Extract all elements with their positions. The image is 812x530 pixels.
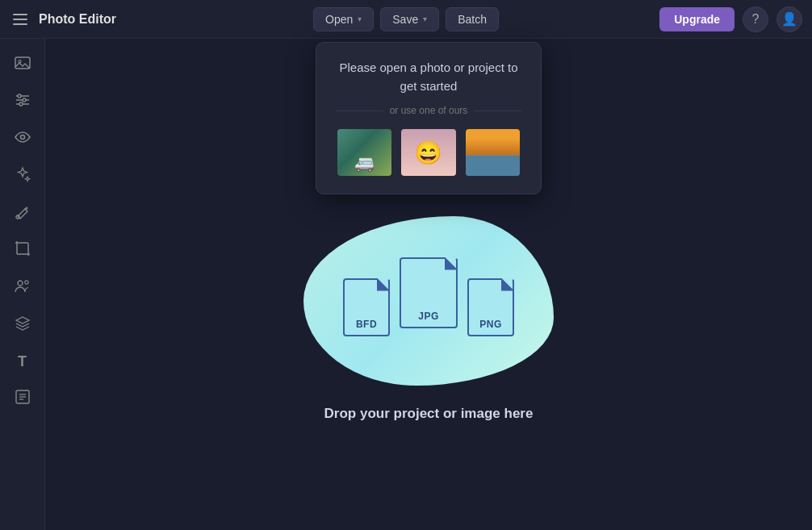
open-dropdown: Please open a photo or project to get st… [316, 42, 542, 194]
svg-point-15 [18, 281, 23, 286]
svg-point-9 [16, 215, 19, 219]
png-label: PNG [479, 319, 502, 330]
svg-point-5 [18, 94, 21, 98]
layers-icon [14, 314, 31, 336]
batch-button[interactable]: Batch [446, 7, 499, 31]
file-shape-bfd: BFD [343, 278, 390, 336]
file-body-bfd: BFD [343, 278, 390, 336]
people-icon [14, 277, 31, 298]
save-button[interactable]: Save ▾ [380, 7, 439, 31]
sidebar-item-magic[interactable] [6, 160, 39, 192]
image-icon [14, 54, 31, 76]
menu-button[interactable] [10, 10, 31, 28]
sidebar-item-sticker[interactable] [6, 382, 39, 415]
svg-point-8 [20, 135, 24, 139]
content-area: Please open a photo or project to get st… [45, 39, 812, 530]
svg-point-7 [19, 102, 23, 106]
sample-photo-person[interactable] [400, 127, 457, 177]
file-body-jpg: JPG [400, 257, 458, 328]
svg-point-16 [24, 280, 27, 283]
person-thumbnail [401, 129, 455, 176]
drop-text: Drop your project or image here [324, 406, 534, 422]
file-shape-jpg: JPG [400, 257, 458, 328]
header-left: Photo Editor [10, 10, 313, 28]
app-title: Photo Editor [39, 12, 116, 27]
save-label: Save [392, 13, 418, 26]
svg-rect-10 [17, 243, 28, 254]
sidebar-item-adjustments[interactable] [6, 86, 39, 118]
file-body-png: PNG [467, 278, 514, 336]
save-chevron-icon: ▾ [423, 15, 427, 23]
van-thumbnail [337, 129, 391, 176]
drop-zone[interactable]: BFD JPG [299, 212, 558, 422]
eye-icon [14, 128, 31, 150]
dropdown-arrow [422, 77, 435, 84]
open-button[interactable]: Open ▾ [313, 7, 374, 31]
sidebar-item-people[interactable] [6, 271, 39, 303]
main-layout: T Please open a photo or project to get … [0, 39, 812, 530]
svg-point-1 [19, 60, 21, 62]
jpg-label: JPG [418, 311, 439, 322]
sample-photo-canal[interactable] [464, 127, 521, 177]
blob-container: BFD JPG [299, 212, 558, 390]
paint-icon [14, 202, 31, 224]
header-right: Upgrade ? 👤 [499, 6, 802, 32]
sidebar-item-view[interactable] [6, 123, 39, 155]
sidebar-item-text[interactable]: T [6, 345, 39, 378]
file-shape-png: PNG [467, 278, 514, 336]
upgrade-label: Upgrade [674, 13, 720, 26]
adjustments-icon [14, 91, 31, 113]
file-icon-jpg: JPG [400, 257, 458, 328]
magic-icon [14, 165, 31, 187]
open-chevron-icon: ▾ [358, 15, 362, 23]
sample-photo-van[interactable] [336, 127, 393, 177]
svg-point-6 [23, 98, 26, 102]
sidebar-item-paint[interactable] [6, 197, 39, 229]
header-center: Open ▾ Save ▾ Batch [313, 7, 499, 31]
account-icon: 👤 [781, 11, 797, 27]
file-icon-png: PNG [467, 278, 514, 336]
sidebar-item-crop[interactable] [6, 234, 39, 266]
file-icon-bfd: BFD [343, 278, 390, 336]
sidebar-item-layers[interactable] [6, 308, 39, 340]
sidebar-item-image[interactable] [6, 48, 39, 81]
help-button[interactable]: ? [743, 6, 768, 32]
sidebar: T [0, 39, 45, 530]
header: Photo Editor Open ▾ Save ▾ Batch Upgrade… [0, 0, 812, 39]
sticker-icon [14, 388, 31, 410]
files-row: BFD JPG [343, 265, 514, 336]
dropdown-divider: or use one of ours [336, 105, 521, 116]
help-icon: ? [752, 12, 760, 27]
upgrade-button[interactable]: Upgrade [659, 7, 735, 31]
open-label: Open [325, 13, 353, 26]
bfd-label: BFD [356, 319, 377, 330]
dropdown-divider-text: or use one of ours [390, 105, 468, 116]
batch-label: Batch [458, 13, 487, 26]
canal-thumbnail [466, 129, 520, 176]
text-icon: T [18, 353, 27, 370]
sample-photos [336, 127, 521, 177]
account-button[interactable]: 👤 [776, 6, 802, 32]
crop-icon [14, 240, 31, 261]
